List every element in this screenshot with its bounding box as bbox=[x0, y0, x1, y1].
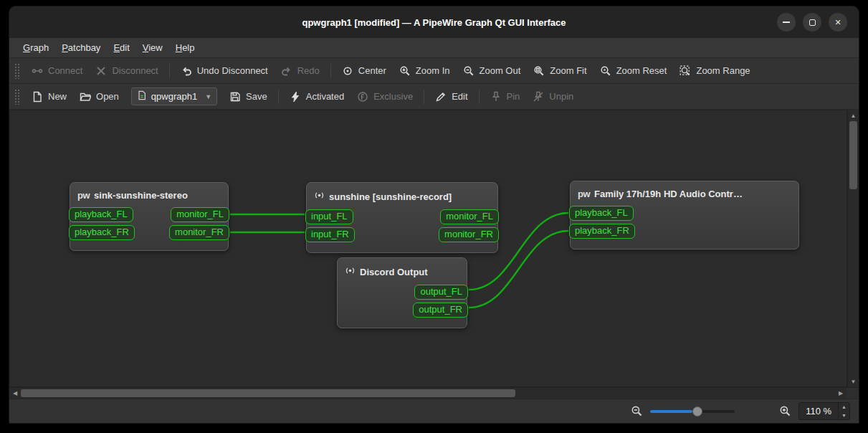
disconnect-button[interactable]: Disconnect bbox=[89, 61, 164, 81]
exclusive-icon bbox=[357, 91, 368, 103]
toolbar-drag-handle[interactable] bbox=[14, 63, 19, 79]
toolbar-separator bbox=[424, 90, 424, 104]
stream-icon bbox=[345, 265, 356, 279]
port-output-fl[interactable]: output_FL bbox=[414, 285, 468, 300]
connect-icon bbox=[32, 65, 43, 77]
app-window: qpwgraph1 [modified] — A PipeWire Graph … bbox=[9, 6, 859, 424]
zoom-fit-button[interactable]: Zoom Fit bbox=[527, 61, 593, 81]
pipewire-icon: pw bbox=[77, 190, 90, 201]
menu-patchbay[interactable]: Patchbay bbox=[55, 39, 107, 56]
port-monitor-fl[interactable]: monitor_FL bbox=[171, 207, 229, 222]
toolbar-graph: Connect Disconnect Undo Disconnect Redo … bbox=[9, 58, 859, 84]
port-playback-fl[interactable]: playback_FL bbox=[69, 207, 133, 222]
pin-button[interactable]: Pin bbox=[484, 87, 527, 107]
zoom-value: 110 % bbox=[799, 403, 838, 419]
horizontal-scrollbar-thumb[interactable] bbox=[21, 389, 515, 397]
zoom-in-button[interactable]: Zoom In bbox=[393, 61, 457, 81]
port-monitor-fr[interactable]: monitor_FR bbox=[169, 225, 229, 240]
connect-button[interactable]: Connect bbox=[25, 61, 89, 81]
zoom-in-status-icon[interactable] bbox=[779, 405, 791, 417]
horizontal-scrollbar[interactable]: ◀ ▶ bbox=[9, 387, 846, 399]
port-playback-fl[interactable]: playback_FL bbox=[569, 206, 634, 221]
menu-graph[interactable]: Graph bbox=[16, 39, 55, 56]
node-discord-output[interactable]: Discord Output output_FL output_FR bbox=[337, 257, 467, 328]
scroll-right-icon[interactable]: ▶ bbox=[835, 388, 846, 399]
port-input-fr[interactable]: input_FR bbox=[305, 227, 355, 242]
patchbay-file-combo[interactable]: qpwgraph1 ▼ bbox=[131, 87, 217, 105]
node-header: pw Family 17h/19h HD Audio Contr… bbox=[571, 181, 798, 200]
titlebar[interactable]: qpwgraph1 [modified] — A PipeWire Graph … bbox=[9, 6, 859, 38]
zoom-out-status-icon[interactable] bbox=[631, 405, 643, 417]
unpin-button[interactable]: Unpin bbox=[526, 87, 580, 107]
port-monitor-fr[interactable]: monitor_FR bbox=[439, 227, 499, 242]
scroll-left-icon[interactable]: ◀ bbox=[9, 388, 21, 399]
node-ports: playback_FL playback_FR bbox=[571, 200, 798, 249]
menu-edit[interactable]: Edit bbox=[107, 39, 135, 56]
vertical-scrollbar-thumb[interactable] bbox=[849, 121, 857, 189]
node-sunshine-record[interactable]: sunshine [sunshine-record] input_FL moni… bbox=[306, 182, 498, 253]
toolbar-patchbay: New Open qpwgraph1 ▼ Save Activated Excl… bbox=[9, 84, 859, 110]
toolbar-separator bbox=[479, 90, 480, 104]
minimize-button[interactable] bbox=[777, 13, 796, 32]
zoom-range-icon bbox=[679, 65, 691, 77]
close-button[interactable]: ✕ bbox=[829, 13, 847, 32]
unpin-icon bbox=[533, 91, 544, 103]
port-playback-fr[interactable]: playback_FR bbox=[69, 225, 135, 240]
scrollbar-corner bbox=[846, 387, 859, 399]
zoom-out-button[interactable]: Zoom Out bbox=[457, 61, 528, 81]
menu-help[interactable]: Help bbox=[169, 39, 201, 56]
undo-disconnect-button[interactable]: Undo Disconnect bbox=[174, 61, 275, 81]
close-icon: ✕ bbox=[834, 18, 841, 27]
center-button[interactable]: Center bbox=[335, 61, 393, 81]
toolbar-separator bbox=[278, 90, 279, 104]
port-input-fl[interactable]: input_FL bbox=[305, 209, 353, 224]
node-header: pw sink-sunshine-stereo bbox=[70, 183, 228, 201]
menubar: Graph Patchbay Edit View Help bbox=[9, 38, 859, 58]
patchbay-file-name: qpwgraph1 bbox=[151, 91, 197, 102]
toolbar-drag-handle[interactable] bbox=[14, 89, 19, 105]
zoom-slider-fill bbox=[650, 410, 692, 413]
activated-toggle[interactable]: Activated bbox=[283, 87, 350, 107]
center-icon bbox=[342, 65, 353, 77]
node-header: Discord Output bbox=[338, 258, 467, 279]
node-header: sunshine [sunshine-record] bbox=[307, 183, 497, 204]
scroll-down-icon[interactable]: ▼ bbox=[848, 376, 859, 387]
statusbar: 110 % ▲ ▼ bbox=[9, 399, 859, 423]
zoom-reset-button[interactable]: Zoom Reset bbox=[593, 61, 674, 81]
port-monitor-fl[interactable]: monitor_FL bbox=[440, 209, 499, 224]
vertical-scrollbar[interactable]: ▲ ▼ bbox=[847, 110, 859, 387]
pipewire-icon: pw bbox=[578, 189, 590, 200]
exclusive-toggle[interactable]: Exclusive bbox=[350, 87, 419, 107]
stream-icon bbox=[314, 190, 325, 204]
spin-down-icon[interactable]: ▼ bbox=[839, 411, 849, 420]
zoom-slider[interactable] bbox=[650, 410, 735, 413]
horizontal-scrollbar-track[interactable] bbox=[515, 388, 835, 399]
save-button[interactable]: Save bbox=[223, 87, 274, 107]
port-playback-fr[interactable]: playback_FR bbox=[569, 224, 635, 239]
zoom-reset-icon bbox=[600, 65, 611, 77]
maximize-button[interactable] bbox=[803, 13, 821, 32]
open-button[interactable]: Open bbox=[73, 87, 125, 107]
chevron-down-icon: ▼ bbox=[205, 93, 211, 100]
redo-button[interactable]: Redo bbox=[275, 61, 326, 81]
node-family-hd-audio[interactable]: pw Family 17h/19h HD Audio Contr… playba… bbox=[570, 181, 799, 249]
scroll-up-icon[interactable]: ▲ bbox=[848, 110, 859, 121]
minimize-icon bbox=[783, 22, 790, 23]
zoom-slider-handle[interactable] bbox=[692, 406, 702, 417]
menu-view[interactable]: View bbox=[136, 39, 169, 56]
new-file-icon bbox=[32, 91, 43, 103]
new-button[interactable]: New bbox=[25, 87, 73, 107]
pin-icon bbox=[490, 91, 502, 103]
spin-up-icon[interactable]: ▲ bbox=[839, 403, 849, 411]
pencil-icon bbox=[435, 91, 447, 103]
graph-canvas[interactable]: pw sink-sunshine-stereo playback_FL moni… bbox=[9, 110, 847, 387]
disconnect-icon bbox=[95, 65, 107, 77]
window-title: qpwgraph1 [modified] — A PipeWire Graph … bbox=[302, 17, 566, 28]
maximize-icon bbox=[809, 19, 816, 26]
zoom-spinbox[interactable]: 110 % ▲ ▼ bbox=[798, 402, 850, 420]
edit-toggle[interactable]: Edit bbox=[429, 87, 474, 107]
port-output-fr[interactable]: output_FR bbox=[413, 303, 468, 318]
vertical-scrollbar-track[interactable] bbox=[848, 189, 859, 376]
node-sink-sunshine-stereo[interactable]: pw sink-sunshine-stereo playback_FL moni… bbox=[70, 182, 229, 251]
zoom-range-button[interactable]: Zoom Range bbox=[673, 61, 756, 81]
